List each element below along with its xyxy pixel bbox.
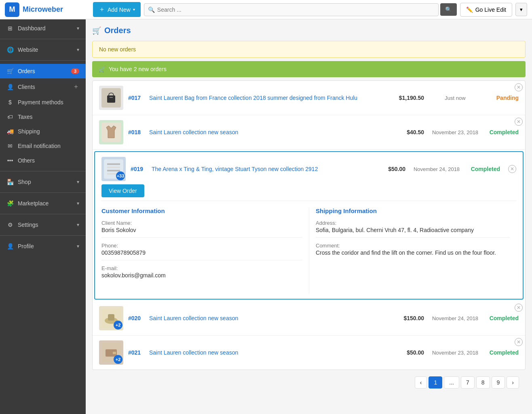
settings-arrow-icon: ▾ bbox=[77, 222, 79, 228]
sidebar-item-payment[interactable]: $ Payment methods bbox=[0, 95, 86, 110]
order-close-017[interactable]: ✕ bbox=[515, 83, 523, 91]
sidebar-item-clients[interactable]: 👤 Clients ＋ bbox=[0, 78, 86, 95]
sidebar-item-taxes[interactable]: 🏷 Taxes bbox=[0, 110, 86, 124]
pagination-prev[interactable]: ‹ bbox=[415, 376, 427, 389]
gear-icon: ⚙ bbox=[6, 222, 14, 228]
puzzle-icon: 🧩 bbox=[6, 200, 14, 207]
alert-warning: No new orders bbox=[92, 41, 526, 58]
add-new-label: Add New bbox=[108, 6, 131, 13]
pagination-ellipsis: ... bbox=[444, 376, 459, 389]
email-value: sokolov.boris@gmail.com bbox=[101, 272, 302, 279]
website-arrow-icon: ▾ bbox=[77, 47, 79, 53]
pagination-next[interactable]: › bbox=[507, 376, 519, 389]
logo-icon: M bbox=[5, 2, 19, 17]
order-close-019[interactable]: ✕ bbox=[508, 165, 516, 173]
order-title-020: Saint Lauren collection new season bbox=[149, 315, 379, 321]
add-new-chevron-icon: ▾ bbox=[133, 7, 135, 12]
sidebar-section-settings: ⚙ Settings ▾ bbox=[0, 216, 86, 234]
sidebar-item-shop[interactable]: 🏪 Shop ▾ bbox=[0, 175, 86, 189]
sidebar-item-email[interactable]: ✉ Email notification bbox=[0, 139, 86, 153]
clients-plus-icon: ＋ bbox=[73, 82, 79, 91]
search-icon: 🔍 bbox=[148, 6, 155, 13]
orders-badge: 3 bbox=[71, 68, 79, 74]
order-price-017: $1,190.50 bbox=[384, 95, 424, 101]
sidebar-label-marketplace: Marketplace bbox=[18, 200, 73, 207]
sidebar-item-marketplace[interactable]: 🧩 Marketplace ▾ bbox=[0, 196, 86, 211]
order-status-017: Panding bbox=[486, 95, 519, 101]
order-title-018: Saint Lauren collection new season bbox=[149, 129, 379, 135]
sidebar-item-others[interactable]: ••• Others bbox=[0, 153, 86, 168]
order-close-020[interactable]: ✕ bbox=[515, 304, 523, 312]
sidebar-label-website: Website bbox=[18, 46, 73, 53]
phone-value: 00359878905879 bbox=[101, 249, 302, 256]
client-name-value: Boris Sokolov bbox=[101, 227, 302, 233]
dollar-icon: $ bbox=[6, 99, 14, 106]
truck-icon: 🚚 bbox=[6, 128, 14, 135]
order-id-017[interactable]: #017 bbox=[128, 95, 144, 101]
svg-rect-1 bbox=[107, 95, 115, 103]
sidebar-label-settings: Settings bbox=[18, 222, 73, 228]
user-icon: 👤 bbox=[6, 84, 14, 90]
order-close-021[interactable]: ✕ bbox=[515, 338, 523, 346]
sidebar-section-marketplace: 🧩 Marketplace ▾ bbox=[0, 194, 86, 212]
email-label: E-mail: bbox=[101, 265, 302, 271]
sidebar-item-profile[interactable]: 👤 Profile ▾ bbox=[0, 239, 86, 253]
sidebar-label-shipping: Shipping bbox=[18, 128, 79, 135]
search-input[interactable] bbox=[144, 3, 439, 16]
comment-value: Cross the coridor and find the lift on t… bbox=[316, 249, 510, 256]
order-id-021[interactable]: #021 bbox=[128, 349, 144, 356]
address-label: Address: bbox=[316, 220, 510, 226]
order-detail-grid: Customer Information Client Name: Boris … bbox=[101, 201, 516, 294]
sidebar-item-website[interactable]: 🌐 Website ▾ bbox=[0, 42, 86, 57]
customer-info-section: Customer Information Client Name: Boris … bbox=[101, 207, 309, 294]
logo-letter: M bbox=[9, 5, 15, 14]
orders-list: #017 Saint Laurent Bag from France colle… bbox=[92, 80, 526, 370]
content-area: 🛒 Orders No new orders 🛒 You have 2 new … bbox=[86, 19, 532, 414]
add-new-plus-icon: ＋ bbox=[99, 5, 105, 14]
sidebar-item-orders[interactable]: 🛒 Orders 3 bbox=[0, 64, 86, 78]
shop-arrow-icon: ▾ bbox=[77, 179, 79, 185]
sidebar-item-dashboard[interactable]: ⊞ Dashboard ▾ bbox=[0, 21, 86, 36]
go-live-edit-button[interactable]: ✏️ Go Live Edit bbox=[460, 3, 512, 17]
pagination-page-1[interactable]: 1 bbox=[429, 376, 442, 389]
order-badge-021: +2 bbox=[114, 355, 122, 364]
order-status-020: Completed bbox=[486, 315, 519, 321]
order-id-018[interactable]: #018 bbox=[128, 129, 144, 135]
order-id-019[interactable]: #019 bbox=[131, 166, 147, 172]
pagination-page-7[interactable]: 7 bbox=[461, 376, 475, 389]
order-price-019: $50.00 bbox=[365, 166, 405, 172]
sidebar-label-others: Others bbox=[18, 157, 79, 164]
go-live-chevron-icon: ▾ bbox=[520, 6, 523, 13]
alert-success-icon: 🛒 bbox=[99, 66, 106, 72]
sidebar-section-dashboard: ⊞ Dashboard ▾ bbox=[0, 19, 86, 37]
order-date-017: Just now bbox=[429, 95, 481, 101]
order-row-020: +2 #020 Saint Lauren collection new seas… bbox=[93, 301, 525, 336]
order-price-020: $150.00 bbox=[384, 315, 424, 321]
cart-icon: 🛒 bbox=[6, 68, 14, 74]
orders-title-icon: 🛒 bbox=[92, 26, 101, 35]
sidebar-label-payment: Payment methods bbox=[18, 99, 79, 106]
pagination-page-8[interactable]: 8 bbox=[476, 376, 490, 389]
pagination-page-9[interactable]: 9 bbox=[492, 376, 505, 389]
topbar: M Microweber ＋ Add New ▾ 🔍 🔍 ✏️ Go Live … bbox=[0, 0, 532, 19]
sidebar-label-clients: Clients bbox=[18, 84, 69, 90]
comment-field: Comment: Cross the coridor and find the … bbox=[316, 243, 510, 260]
order-close-018[interactable]: ✕ bbox=[515, 118, 523, 126]
add-new-button[interactable]: ＋ Add New ▾ bbox=[93, 2, 141, 17]
page-title: Orders bbox=[104, 26, 131, 35]
alert-success: 🛒 You have 2 new orders bbox=[92, 61, 526, 77]
sidebar-item-settings[interactable]: ⚙ Settings ▾ bbox=[0, 218, 86, 232]
order-img-021: +2 bbox=[99, 340, 123, 365]
order-status-018: Completed bbox=[486, 129, 519, 135]
go-live-chevron-button[interactable]: ▾ bbox=[515, 3, 527, 16]
svg-rect-6 bbox=[107, 163, 120, 165]
search-button[interactable]: 🔍 bbox=[440, 3, 457, 16]
sidebar-item-shipping[interactable]: 🚚 Shipping bbox=[0, 124, 86, 139]
address-field: Address: Sofia, Bulgaria, bul. Cherni Vr… bbox=[316, 220, 510, 238]
search-button-icon: 🔍 bbox=[445, 6, 452, 13]
view-order-button[interactable]: View Order bbox=[101, 184, 144, 197]
order-date-019: November 24, 2018 bbox=[410, 166, 463, 172]
order-id-020[interactable]: #020 bbox=[128, 315, 144, 321]
order-row-019-main: +33 #019 The Arena x Ting & Ting, vintag… bbox=[101, 157, 516, 181]
profile-arrow-icon: ▾ bbox=[77, 243, 79, 249]
